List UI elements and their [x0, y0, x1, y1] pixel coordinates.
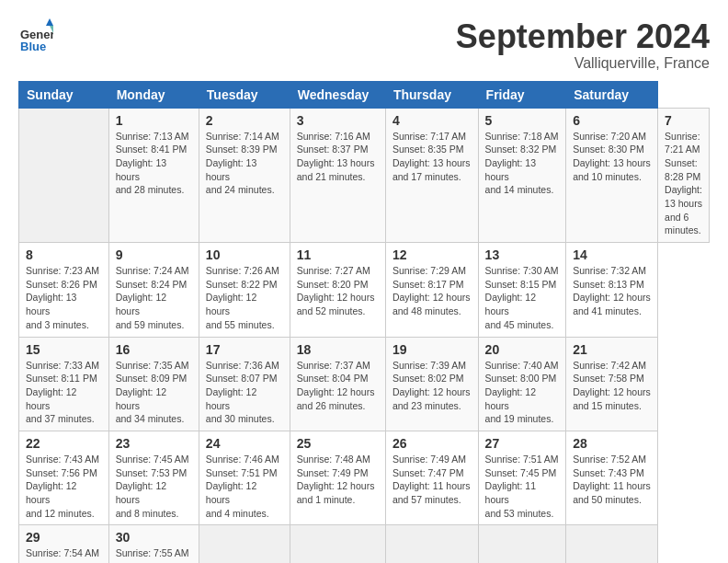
calendar-day-cell	[290, 525, 385, 563]
calendar-day-cell: 10Sunrise: 7:26 AMSunset: 8:22 PMDayligh…	[199, 243, 290, 337]
calendar-day-cell: 13Sunrise: 7:30 AMSunset: 8:15 PMDayligh…	[478, 243, 566, 337]
calendar-day-cell: 22Sunrise: 7:43 AMSunset: 7:56 PMDayligh…	[19, 431, 109, 524]
calendar-day-cell: 8Sunrise: 7:23 AMSunset: 8:26 PMDaylight…	[19, 243, 109, 337]
calendar-day-cell	[385, 525, 478, 563]
empty-cell	[19, 108, 109, 243]
svg-marker-2	[46, 18, 53, 26]
day-number: 26	[392, 436, 472, 451]
day-number: 14	[573, 247, 651, 262]
calendar-day-cell: 20Sunrise: 7:40 AMSunset: 8:00 PMDayligh…	[478, 337, 566, 431]
location: Valliquerville, France	[456, 55, 710, 72]
calendar-day-cell: 2Sunrise: 7:14 AMSunset: 8:39 PMDaylight…	[199, 108, 290, 243]
day-info: Sunrise: 7:29 AMSunset: 8:17 PMDaylight:…	[392, 264, 472, 318]
day-info: Sunrise: 7:46 AMSunset: 7:51 PMDaylight:…	[206, 453, 283, 520]
col-header-wednesday: Wednesday	[290, 81, 385, 108]
calendar-day-cell: 27Sunrise: 7:51 AMSunset: 7:45 PMDayligh…	[478, 431, 566, 524]
day-number: 4	[392, 113, 472, 128]
day-number: 29	[26, 530, 102, 545]
day-number: 28	[573, 436, 651, 451]
day-info: Sunrise: 7:30 AMSunset: 8:15 PMDaylight:…	[485, 264, 560, 331]
day-info: Sunrise: 7:33 AMSunset: 8:11 PMDaylight:…	[26, 359, 102, 426]
day-info: Sunrise: 7:16 AMSunset: 8:37 PMDaylight:…	[297, 130, 379, 184]
calendar-week-row: 15Sunrise: 7:33 AMSunset: 8:11 PMDayligh…	[19, 337, 710, 431]
day-number: 9	[116, 247, 192, 262]
day-info: Sunrise: 7:35 AMSunset: 8:09 PMDaylight:…	[116, 359, 192, 426]
day-info: Sunrise: 7:48 AMSunset: 7:49 PMDaylight:…	[297, 453, 379, 507]
day-info: Sunrise: 7:17 AMSunset: 8:35 PMDaylight:…	[392, 130, 472, 184]
day-number: 12	[392, 247, 472, 262]
col-header-monday: Monday	[108, 81, 199, 108]
page-header: General Blue September 2024 Valliquervil…	[18, 18, 710, 72]
calendar-day-cell: 7Sunrise: 7:21 AMSunset: 8:28 PMDaylight…	[658, 108, 710, 243]
day-info: Sunrise: 7:54 AMSunset: 7:40 PMDaylight:…	[26, 546, 102, 563]
col-header-tuesday: Tuesday	[199, 81, 290, 108]
day-info: Sunrise: 7:18 AMSunset: 8:32 PMDaylight:…	[485, 130, 560, 197]
calendar-day-cell: 17Sunrise: 7:36 AMSunset: 8:07 PMDayligh…	[199, 337, 290, 431]
day-info: Sunrise: 7:20 AMSunset: 8:30 PMDaylight:…	[573, 130, 651, 184]
calendar-day-cell	[199, 525, 290, 563]
day-info: Sunrise: 7:42 AMSunset: 7:58 PMDaylight:…	[573, 359, 651, 413]
calendar-table: SundayMondayTuesdayWednesdayThursdayFrid…	[18, 81, 710, 563]
day-info: Sunrise: 7:36 AMSunset: 8:07 PMDaylight:…	[206, 359, 283, 426]
calendar-day-cell	[478, 525, 566, 563]
calendar-day-cell: 25Sunrise: 7:48 AMSunset: 7:49 PMDayligh…	[290, 431, 385, 524]
calendar-day-cell: 23Sunrise: 7:45 AMSunset: 7:53 PMDayligh…	[108, 431, 199, 524]
day-number: 23	[116, 436, 192, 451]
calendar-day-cell: 26Sunrise: 7:49 AMSunset: 7:47 PMDayligh…	[385, 431, 478, 524]
calendar-day-cell: 6Sunrise: 7:20 AMSunset: 8:30 PMDaylight…	[566, 108, 658, 243]
svg-text:Blue: Blue	[20, 40, 46, 53]
calendar-day-cell: 12Sunrise: 7:29 AMSunset: 8:17 PMDayligh…	[385, 243, 478, 337]
day-number: 20	[485, 342, 560, 357]
calendar-day-cell: 24Sunrise: 7:46 AMSunset: 7:51 PMDayligh…	[199, 431, 290, 524]
calendar-day-cell: 9Sunrise: 7:24 AMSunset: 8:24 PMDaylight…	[108, 243, 199, 337]
logo: General Blue	[18, 18, 53, 57]
calendar-day-cell: 5Sunrise: 7:18 AMSunset: 8:32 PMDaylight…	[478, 108, 566, 243]
calendar-week-row: 29Sunrise: 7:54 AMSunset: 7:40 PMDayligh…	[19, 525, 710, 563]
day-number: 13	[485, 247, 560, 262]
calendar-day-cell: 28Sunrise: 7:52 AMSunset: 7:43 PMDayligh…	[566, 431, 658, 524]
calendar-day-cell: 19Sunrise: 7:39 AMSunset: 8:02 PMDayligh…	[385, 337, 478, 431]
day-info: Sunrise: 7:26 AMSunset: 8:22 PMDaylight:…	[206, 264, 283, 331]
day-info: Sunrise: 7:49 AMSunset: 7:47 PMDaylight:…	[392, 453, 472, 507]
calendar-header-row: SundayMondayTuesdayWednesdayThursdayFrid…	[19, 81, 710, 108]
col-header-sunday: Sunday	[19, 81, 109, 108]
calendar-day-cell: 18Sunrise: 7:37 AMSunset: 8:04 PMDayligh…	[290, 337, 385, 431]
day-number: 18	[297, 342, 379, 357]
day-number: 15	[26, 342, 102, 357]
calendar-day-cell: 30Sunrise: 7:55 AMSunset: 7:38 PMDayligh…	[108, 525, 199, 563]
day-info: Sunrise: 7:51 AMSunset: 7:45 PMDaylight:…	[485, 453, 560, 520]
month-title: September 2024	[456, 18, 710, 55]
day-number: 30	[116, 530, 192, 545]
calendar-day-cell	[566, 525, 658, 563]
calendar-day-cell: 4Sunrise: 7:17 AMSunset: 8:35 PMDaylight…	[385, 108, 478, 243]
calendar-day-cell: 11Sunrise: 7:27 AMSunset: 8:20 PMDayligh…	[290, 243, 385, 337]
day-info: Sunrise: 7:32 AMSunset: 8:13 PMDaylight:…	[573, 264, 651, 318]
day-number: 6	[573, 113, 651, 128]
day-info: Sunrise: 7:21 AMSunset: 8:28 PMDaylight:…	[665, 130, 702, 238]
day-number: 8	[26, 247, 102, 262]
day-info: Sunrise: 7:14 AMSunset: 8:39 PMDaylight:…	[206, 130, 283, 197]
day-info: Sunrise: 7:23 AMSunset: 8:26 PMDaylight:…	[26, 264, 102, 331]
day-info: Sunrise: 7:37 AMSunset: 8:04 PMDaylight:…	[297, 359, 379, 413]
day-number: 19	[392, 342, 472, 357]
day-info: Sunrise: 7:24 AMSunset: 8:24 PMDaylight:…	[116, 264, 192, 331]
day-info: Sunrise: 7:45 AMSunset: 7:53 PMDaylight:…	[116, 453, 192, 520]
day-info: Sunrise: 7:13 AMSunset: 8:41 PMDaylight:…	[116, 130, 192, 197]
day-number: 5	[485, 113, 560, 128]
calendar-day-cell: 1Sunrise: 7:13 AMSunset: 8:41 PMDaylight…	[108, 108, 199, 243]
col-header-thursday: Thursday	[385, 81, 478, 108]
day-info: Sunrise: 7:40 AMSunset: 8:00 PMDaylight:…	[485, 359, 560, 426]
title-block: September 2024 Valliquerville, France	[456, 18, 710, 72]
calendar-week-row: 1Sunrise: 7:13 AMSunset: 8:41 PMDaylight…	[19, 108, 710, 243]
day-number: 22	[26, 436, 102, 451]
calendar-day-cell: 21Sunrise: 7:42 AMSunset: 7:58 PMDayligh…	[566, 337, 658, 431]
calendar-week-row: 8Sunrise: 7:23 AMSunset: 8:26 PMDaylight…	[19, 243, 710, 337]
day-info: Sunrise: 7:39 AMSunset: 8:02 PMDaylight:…	[392, 359, 472, 413]
calendar-week-row: 22Sunrise: 7:43 AMSunset: 7:56 PMDayligh…	[19, 431, 710, 524]
day-number: 2	[206, 113, 283, 128]
logo-icon: General Blue	[18, 18, 53, 53]
day-number: 11	[297, 247, 379, 262]
col-header-saturday: Saturday	[566, 81, 658, 108]
day-number: 24	[206, 436, 283, 451]
day-number: 10	[206, 247, 283, 262]
